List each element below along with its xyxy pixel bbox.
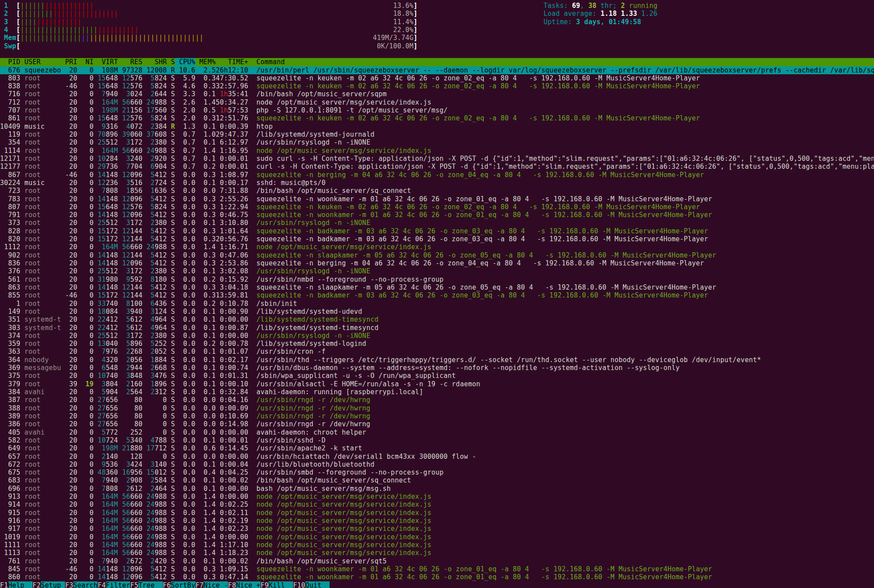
column-header-mem[interactable]: MEM% (196, 58, 216, 66)
process-row[interactable]: 761 root 20 0 7940 2672 2420 S 0.0 0.1 0… (0, 557, 874, 565)
process-row[interactable]: 828 root 20 0 15172 12144 5412 S 0.0 0.3… (0, 227, 874, 235)
process-row[interactable]: 675 root 20 0 48360 16956 15012 S 0.0 0.… (0, 468, 874, 476)
process-row[interactable]: 916 root 20 0 164M 56660 24988 S 0.0 1.4… (0, 517, 874, 525)
process-row[interactable]: 716 root 20 0 7940 3024 2644 S 3.3 0.1 1… (0, 90, 874, 98)
fkey-f1-label[interactable]: Help (8, 581, 33, 588)
process-row[interactable]: 119 root 20 0 70896 39060 37608 S 0.7 1.… (0, 131, 874, 138)
fkey-f8-key[interactable]: F8 (228, 581, 236, 588)
process-row[interactable]: 379 root 39 19 3804 2160 1896 S 0.0 0.1 … (0, 380, 874, 388)
process-row[interactable]: 405 avahi 20 0 5772 252 0 S 0.0 0.0 0:00… (0, 428, 874, 436)
column-header-pri[interactable]: PRI (61, 58, 77, 66)
process-row-selected[interactable]: 676 squeezebo 20 0 108M 97328 12008 R 10… (0, 66, 874, 74)
process-row[interactable]: 836 root 20 0 14148 12096 5412 S 0.0 0.3… (0, 259, 874, 267)
fkey-f7-key[interactable]: F7 (196, 581, 204, 588)
fkey-f6-label[interactable]: SortBy (171, 581, 196, 588)
process-row[interactable]: 1114 root 20 0 164M 56660 24988 S 0.7 1.… (0, 147, 874, 155)
fkey-f1-key[interactable]: F1 (0, 581, 8, 588)
process-row[interactable]: 1 root 20 0 33740 8100 6436 S 0.0 0.2 0:… (0, 300, 874, 308)
process-row[interactable]: 351 systemd-t 20 0 22412 5612 4964 S 0.0… (0, 316, 874, 323)
process-row[interactable]: 369 messagebu 20 0 6548 2944 2668 S 0.0 … (0, 364, 874, 372)
process-row[interactable]: 783 root 20 0 14148 12096 5412 S 0.0 0.3… (0, 195, 874, 203)
process-row[interactable]: 10409 music 20 0 9316 4072 2384 R 1.3 0.… (0, 123, 874, 131)
process-row[interactable]: 807 root 20 0 15648 12576 5824 S 0.0 0.3… (0, 203, 874, 211)
fkey-f2-key[interactable]: F2 (33, 581, 41, 588)
process-row[interactable]: 1019 root 20 0 164M 56660 24988 S 0.0 1.… (0, 533, 874, 541)
column-header-pid[interactable]: PID (0, 58, 20, 66)
process-row[interactable]: 649 root 20 0 198M 21880 17712 S 0.0 0.6… (0, 444, 874, 452)
fkey-f4-label[interactable]: Filter (106, 581, 131, 588)
fkey-f5-label[interactable]: Tree (138, 581, 163, 588)
process-row[interactable]: 914 root 20 0 164M 56660 24988 S 0.0 1.4… (0, 501, 874, 508)
column-header-user[interactable]: USER (20, 58, 61, 66)
process-row[interactable]: 855 root -46 0 15172 12144 5412 S 0.0 0.… (0, 291, 874, 299)
process-row[interactable]: 672 root 20 0 9536 3424 3140 S 0.0 0.1 0… (0, 461, 874, 468)
process-row[interactable]: 723 root 20 0 7808 1856 1636 S 0.0 0.0 7… (0, 187, 874, 195)
column-header-shr[interactable]: SHR (142, 58, 167, 66)
process-row[interactable]: 582 root 20 0 10724 5340 4788 S 0.0 0.1 … (0, 436, 874, 444)
pid-cell: 723 (0, 187, 20, 195)
fkey-f3-key[interactable]: F3 (65, 581, 73, 588)
process-row[interactable]: 561 root 20 0 31980 9592 8180 S 0.0 0.2 … (0, 276, 874, 283)
process-row[interactable]: 696 root 20 0 7808 2612 2464 S 0.0 0.1 0… (0, 485, 874, 493)
process-row[interactable]: 867 root -46 0 14148 12096 5412 S 0.0 0.… (0, 171, 874, 179)
process-row[interactable]: 30224 music 20 0 12236 3516 2724 S 0.0 0… (0, 179, 874, 187)
column-header-virt[interactable]: VIRT (94, 58, 118, 66)
process-row[interactable]: 838 root -46 0 15648 12576 5824 S 4.6 0.… (0, 82, 874, 90)
process-row[interactable]: 149 root 20 0 18084 3940 3124 S 0.0 0.1 … (0, 308, 874, 316)
fkey-f2-label[interactable]: Setup (41, 581, 65, 588)
process-row[interactable]: 917 root 20 0 164M 56660 24988 S 0.0 1.4… (0, 525, 874, 533)
process-row[interactable]: 384 avahi 20 0 5904 2564 2312 S 0.0 0.1 … (0, 388, 874, 396)
ni-cell: 0 (77, 468, 94, 476)
process-row[interactable]: 863 root 20 0 14148 12144 5412 S 0.0 0.3… (0, 283, 874, 291)
process-row[interactable]: 820 root 20 0 15172 12144 5412 S 0.0 0.3… (0, 235, 874, 243)
fkey-f10-label[interactable]: Quit (305, 581, 330, 588)
process-row[interactable]: 354 root 20 0 25512 3172 2380 S 0.7 0.1 … (0, 138, 874, 146)
process-row[interactable]: 1112 root 20 0 164M 56660 24988 S 0.0 1.… (0, 243, 874, 251)
process-row[interactable]: 12177 root 20 0 29736 7704 6904 S 0.7 0.… (0, 163, 874, 171)
process-row[interactable]: 376 root 20 0 25512 3172 2380 S 0.0 0.1 … (0, 267, 874, 275)
process-row[interactable]: 902 root 20 0 14148 12144 5412 S 0.0 0.3… (0, 251, 874, 259)
fkey-f6-key[interactable]: F6 (163, 581, 171, 588)
process-row[interactable]: 913 root 20 0 164M 56660 24988 S 0.0 1.4… (0, 493, 874, 501)
process-row[interactable]: 374 root 20 0 25512 3172 2380 S 0.0 0.1 … (0, 332, 874, 340)
fkey-f4-key[interactable]: F4 (98, 581, 106, 588)
process-row[interactable]: 386 root 20 0 27656 80 0 S 0.0 0.0 0:14.… (0, 420, 874, 428)
process-row[interactable]: 389 root 20 0 27656 80 0 S 0.0 0.0 0:10.… (0, 412, 874, 420)
process-row[interactable]: 861 root 20 0 15648 12576 5824 S 2.0 0.3… (0, 114, 874, 122)
fkey-f7-label[interactable]: Nice - (203, 581, 228, 588)
process-row[interactable]: 915 root 20 0 164M 56660 24988 S 0.0 1.4… (0, 509, 874, 517)
fkey-f9-label[interactable]: Kill (268, 581, 293, 588)
process-row[interactable]: 364 nobody 20 0 4320 2056 1884 S 0.0 0.1… (0, 356, 874, 364)
process-row[interactable]: 845 root -46 0 14148 12096 5412 S 0.0 0.… (0, 565, 874, 573)
process-row[interactable]: 860 root 20 0 14148 12096 5412 S 0.0 0.3… (0, 573, 874, 581)
command-cell: /lib/systemd/systemd-udevd (257, 308, 363, 316)
process-row[interactable]: 375 root 20 0 10740 3848 3476 S 0.0 0.1 … (0, 372, 874, 380)
process-row[interactable]: 387 root 20 0 27656 80 0 S 0.0 0.0 0:04.… (0, 396, 874, 404)
column-header-time[interactable]: TIME+ (216, 58, 248, 66)
process-row[interactable]: 1111 root 20 0 164M 56660 24988 S 0.0 1.… (0, 541, 874, 549)
column-header-ni[interactable]: NI (77, 58, 94, 66)
pri-cell: 20 (61, 219, 77, 227)
process-row[interactable]: 712 root 20 0 164M 56660 24988 S 2.6 1.4… (0, 98, 874, 106)
process-row[interactable]: 12171 root 20 0 10284 3240 2920 S 0.7 0.… (0, 155, 874, 163)
process-row[interactable]: 657 root 20 0 2140 128 0 S 0.0 0.0 0:00.… (0, 453, 874, 461)
process-row[interactable]: 359 root 20 0 13040 5896 5252 S 0.0 0.2 … (0, 340, 874, 348)
fkey-f3-label[interactable]: Search (73, 581, 98, 588)
process-row[interactable]: 373 root 20 0 25512 3172 2380 S 0.0 0.1 … (0, 219, 874, 227)
column-header-s[interactable]: S (167, 58, 175, 66)
column-header-cpu[interactable]: CPU% (175, 58, 195, 66)
process-row[interactable]: 683 root 20 0 7940 2908 2584 S 0.0 0.1 0… (0, 476, 874, 484)
fkey-f5-key[interactable]: F5 (130, 581, 138, 588)
column-header-res[interactable]: RES (118, 58, 143, 66)
process-row[interactable]: 803 root 20 0 15648 12576 5824 S 5.9 0.3… (0, 74, 874, 82)
fkey-f9-key[interactable]: F9 (261, 581, 269, 588)
process-row[interactable]: 791 root 20 0 14148 12096 5412 S 0.0 0.3… (0, 211, 874, 219)
process-row[interactable]: 707 root 20 0 198M 21156 17560 S 2.0 0.5… (0, 106, 874, 114)
fkey-f10-key[interactable]: F10 (293, 581, 305, 588)
process-row[interactable]: 1113 root 20 0 164M 56660 24988 S 0.0 1.… (0, 549, 874, 557)
process-row[interactable]: 363 root 20 0 7976 2268 2052 S 0.0 0.1 0… (0, 348, 874, 356)
process-row[interactable]: 388 root 20 0 27656 80 0 S 0.0 0.0 0:00.… (0, 404, 874, 412)
fkey-f8-label[interactable]: Nice + (236, 581, 261, 588)
column-header-command[interactable]: Command (248, 58, 285, 66)
process-row[interactable]: 303 systemd-t 20 0 22412 5612 4964 S 0.0… (0, 324, 874, 332)
